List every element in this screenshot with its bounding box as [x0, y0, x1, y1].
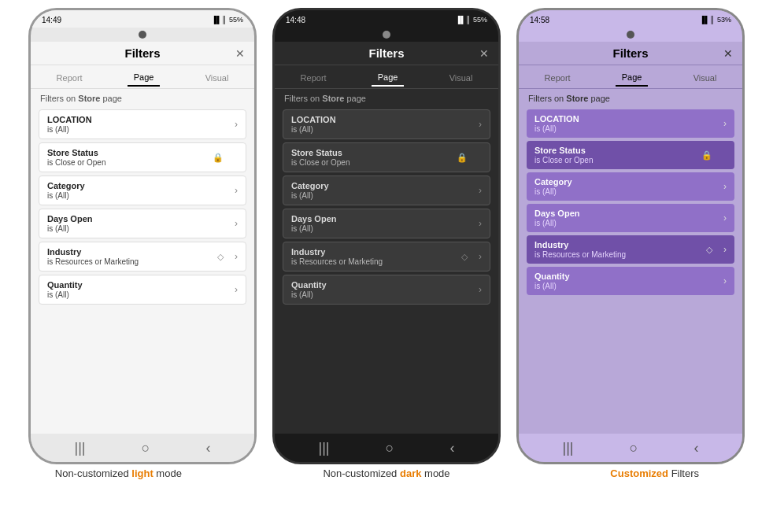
caption-dark: Non-customized dark mode	[284, 467, 490, 479]
filter-card[interactable]: Industry is Resources or Marketing ◇ ›	[527, 235, 734, 264]
caption-row: Non-customized light modeNon-customized …	[0, 464, 773, 482]
filter-card[interactable]: Category is (All) ›	[527, 172, 734, 201]
tab-page[interactable]: Page	[616, 69, 649, 87]
filter-header: Filters ✕	[519, 42, 742, 65]
filter-value: is (All)	[47, 224, 238, 233]
chevron-right-icon: ›	[235, 218, 238, 229]
filter-card[interactable]: Days Open is (All) ›	[527, 204, 734, 232]
filter-name: Days Open	[291, 214, 482, 224]
status-signal: ▐▌║	[456, 16, 471, 24]
tab-report[interactable]: Report	[50, 70, 89, 86]
filters-subtitle: Filters on Store page	[275, 89, 498, 106]
chevron-right-icon: ›	[479, 218, 482, 229]
filter-value: is (All)	[534, 282, 727, 290]
filter-value: is (All)	[47, 191, 238, 200]
chevron-right-icon: ›	[479, 185, 482, 196]
status-bar: 14:58 ▐▌║ 53%	[519, 10, 742, 28]
filter-card[interactable]: Industry is Resources or Marketing ◇ ›	[39, 242, 246, 272]
filter-name: Industry	[291, 247, 482, 257]
nav-home-button[interactable]: ○	[386, 440, 394, 456]
chevron-right-icon: ›	[479, 251, 482, 262]
filter-name: Store Status	[291, 148, 482, 157]
filter-card[interactable]: Store Status is Close or Open 🔒	[283, 142, 490, 172]
filter-card[interactable]: LOCATION is (All) ›	[527, 109, 734, 138]
nav-back-button[interactable]: ‹	[449, 440, 454, 456]
status-time: 14:49	[42, 16, 61, 24]
filter-list: LOCATION is (All) › Store Status is Clos…	[31, 106, 254, 434]
lock-icon: 🔒	[457, 153, 468, 163]
nav-lines-button[interactable]: |||	[75, 440, 86, 456]
nav-home-button[interactable]: ○	[630, 440, 638, 456]
filter-value: is Close or Open	[47, 158, 238, 167]
nav-back-button[interactable]: ‹	[205, 440, 210, 456]
chevron-right-icon: ›	[723, 118, 727, 129]
caption-light: Non-customized light mode	[16, 467, 221, 479]
filter-value: is (All)	[291, 290, 482, 299]
status-icons: ▐▌║ 53%	[700, 16, 731, 24]
nav-home-button[interactable]: ○	[142, 440, 150, 456]
chevron-right-icon: ›	[235, 251, 238, 262]
tabs: ReportPageVisual	[275, 65, 498, 89]
filter-value: is Resources or Marketing	[534, 250, 727, 259]
lock-icon: 🔒	[701, 150, 712, 161]
filter-card[interactable]: Store Status is Close or Open 🔒	[39, 142, 246, 172]
filter-card[interactable]: Quantity is (All) ›	[39, 275, 246, 305]
camera-dot	[627, 31, 634, 39]
tab-visual[interactable]: Visual	[687, 70, 723, 86]
filter-value: is (All)	[291, 224, 482, 233]
filter-name: Days Open	[47, 214, 238, 224]
filter-card[interactable]: LOCATION is (All) ›	[39, 109, 246, 139]
nav-back-button[interactable]: ‹	[693, 440, 698, 456]
filters-subtitle: Filters on Store page	[31, 89, 254, 106]
camera-dot	[383, 31, 390, 39]
screen: Filters ✕ ReportPageVisual Filters on St…	[31, 42, 254, 434]
filter-value: is (All)	[534, 219, 727, 227]
filter-title: Filters	[612, 46, 648, 60]
filter-header: Filters ✕	[275, 42, 498, 65]
filter-card[interactable]: Days Open is (All) ›	[283, 209, 490, 238]
filter-card[interactable]: Days Open is (All) ›	[39, 209, 246, 238]
chevron-right-icon: ›	[235, 185, 238, 196]
close-button[interactable]: ✕	[235, 47, 245, 60]
filter-card-icons: ◇	[461, 252, 468, 262]
filter-value: is Resources or Marketing	[47, 257, 238, 266]
filter-value: is Close or Open	[534, 156, 727, 164]
chevron-right-icon: ›	[723, 212, 727, 224]
close-button[interactable]: ✕	[723, 47, 733, 60]
status-time: 14:48	[286, 16, 305, 24]
nav-lines-button[interactable]: |||	[319, 440, 330, 456]
filter-card[interactable]: Quantity is (All) ›	[527, 267, 734, 295]
status-bar: 14:48 ▐▌║ 55%	[275, 10, 498, 28]
screen: Filters ✕ ReportPageVisual Filters on St…	[519, 42, 742, 434]
filter-card[interactable]: Category is (All) ›	[39, 175, 246, 205]
filter-card[interactable]: LOCATION is (All) ›	[283, 109, 490, 139]
bottom-nav: ||| ○ ‹	[275, 434, 498, 462]
tab-report[interactable]: Report	[538, 70, 577, 86]
status-signal: ▐▌║	[700, 16, 715, 24]
tab-page[interactable]: Page	[128, 69, 161, 87]
filter-card[interactable]: Store Status is Close or Open 🔒	[527, 141, 734, 169]
tab-visual[interactable]: Visual	[199, 70, 235, 86]
nav-lines-button[interactable]: |||	[563, 440, 574, 456]
close-button[interactable]: ✕	[479, 47, 489, 60]
bottom-nav: ||| ○ ‹	[31, 434, 254, 462]
filter-card[interactable]: Quantity is (All) ›	[283, 275, 490, 305]
filter-card-icons: ◇	[217, 252, 224, 262]
filter-card[interactable]: Category is (All) ›	[283, 175, 490, 205]
tab-report[interactable]: Report	[294, 70, 333, 86]
chevron-right-icon: ›	[479, 284, 482, 295]
tabs: ReportPageVisual	[31, 65, 254, 89]
filter-card[interactable]: Industry is Resources or Marketing ◇ ›	[283, 242, 490, 272]
phones-row: 14:49 ▐▌║ 55% Filters ✕ ReportPageVisual…	[0, 8, 773, 464]
filter-header: Filters ✕	[31, 42, 254, 65]
tab-page[interactable]: Page	[372, 69, 405, 87]
filter-name: Store Status	[47, 148, 238, 157]
filter-name: Industry	[47, 247, 238, 257]
filter-list: LOCATION is (All) › Store Status is Clos…	[275, 106, 498, 434]
tabs: ReportPageVisual	[519, 65, 742, 89]
phone-dark: 14:48 ▐▌║ 55% Filters ✕ ReportPageVisual…	[272, 8, 501, 464]
filter-name: Store Status	[534, 146, 727, 155]
filter-name: LOCATION	[291, 115, 482, 124]
filter-name: Quantity	[534, 272, 727, 281]
tab-visual[interactable]: Visual	[443, 70, 479, 86]
